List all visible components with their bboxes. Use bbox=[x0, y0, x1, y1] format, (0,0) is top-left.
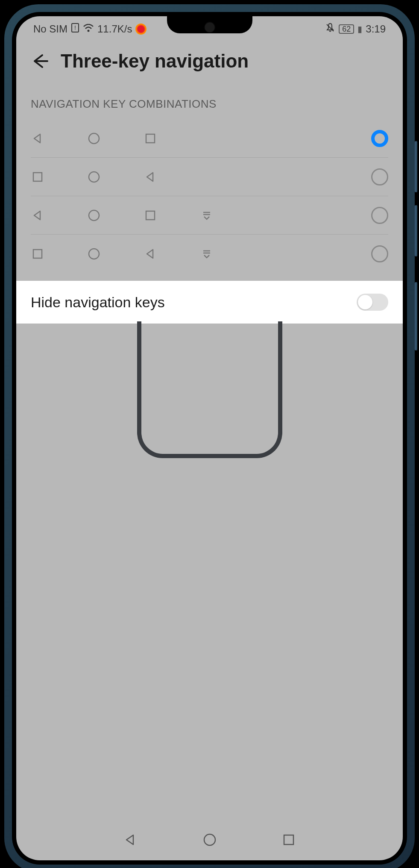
preview-area bbox=[16, 324, 403, 458]
recent-square-icon bbox=[144, 132, 157, 145]
sim-alert-icon: ! bbox=[71, 23, 79, 35]
hide-nav-label: Hide navigation keys bbox=[31, 294, 165, 311]
battery-level: 62 bbox=[339, 24, 354, 34]
svg-rect-17 bbox=[284, 835, 293, 844]
volume-down bbox=[415, 205, 417, 256]
screen: No SIM ! 11.7K/s 62 ▮ 3:19 bbox=[16, 16, 403, 860]
dropdown-arrow-icon bbox=[200, 209, 214, 222]
nav-option-4[interactable] bbox=[31, 235, 388, 273]
svg-point-16 bbox=[204, 834, 215, 845]
back-triangle-icon bbox=[31, 209, 44, 222]
nav-option-2[interactable] bbox=[31, 158, 388, 196]
phone-inner: No SIM ! 11.7K/s 62 ▮ 3:19 bbox=[12, 12, 407, 865]
header: Three-key navigation bbox=[16, 38, 403, 85]
svg-rect-9 bbox=[146, 211, 155, 220]
recent-square-icon bbox=[144, 209, 157, 222]
svg-point-7 bbox=[89, 172, 99, 182]
nav-options-list bbox=[16, 119, 403, 273]
radio-option-1[interactable] bbox=[371, 130, 388, 147]
battery-tip: ▮ bbox=[357, 24, 362, 34]
radio-option-3[interactable] bbox=[371, 207, 388, 224]
page-title: Three-key navigation bbox=[61, 50, 249, 72]
hide-nav-toggle[interactable] bbox=[357, 294, 388, 311]
nav-option-1-icons bbox=[31, 132, 371, 145]
back-triangle-icon bbox=[31, 132, 44, 145]
clock: 3:19 bbox=[366, 23, 386, 35]
back-button[interactable] bbox=[29, 50, 50, 72]
recent-square-icon bbox=[31, 170, 44, 184]
power-button bbox=[415, 282, 417, 350]
network-speed: 11.7K/s bbox=[97, 23, 132, 35]
system-recent-button[interactable] bbox=[281, 832, 296, 847]
radio-option-4[interactable] bbox=[371, 245, 388, 262]
nav-option-4-icons bbox=[31, 247, 371, 261]
back-triangle-icon bbox=[144, 170, 157, 184]
wifi-icon bbox=[83, 23, 94, 35]
home-circle-icon bbox=[87, 247, 101, 261]
toggle-knob bbox=[358, 295, 372, 309]
svg-point-2 bbox=[88, 30, 90, 32]
svg-point-13 bbox=[89, 249, 99, 259]
home-circle-icon bbox=[87, 170, 101, 184]
svg-rect-12 bbox=[33, 250, 42, 258]
arrow-left-icon bbox=[30, 52, 49, 71]
system-nav-bar bbox=[16, 832, 403, 847]
back-triangle-icon bbox=[144, 247, 157, 261]
system-back-button[interactable] bbox=[123, 832, 138, 847]
svg-rect-6 bbox=[33, 173, 42, 181]
notch bbox=[167, 16, 252, 33]
status-left: No SIM ! 11.7K/s bbox=[33, 23, 147, 35]
side-buttons bbox=[415, 141, 417, 363]
status-right: 62 ▮ 3:19 bbox=[325, 23, 386, 35]
nav-option-1[interactable] bbox=[31, 119, 388, 158]
nav-option-3-icons bbox=[31, 209, 371, 222]
hide-nav-row[interactable]: Hide navigation keys bbox=[16, 281, 403, 324]
recent-square-icon bbox=[31, 247, 44, 261]
mute-icon bbox=[325, 23, 335, 35]
svg-text:!: ! bbox=[74, 24, 76, 31]
nav-option-2-icons bbox=[31, 170, 371, 184]
weibo-icon bbox=[135, 24, 147, 35]
nav-option-3[interactable] bbox=[31, 196, 388, 235]
section-label: NAVIGATION KEY COMBINATIONS bbox=[16, 85, 403, 119]
radio-option-2[interactable] bbox=[371, 168, 388, 185]
phone-frame: No SIM ! 11.7K/s 62 ▮ 3:19 bbox=[4, 4, 415, 868]
dropdown-arrow-icon bbox=[200, 247, 214, 261]
volume-up bbox=[415, 141, 417, 192]
system-home-button[interactable] bbox=[202, 832, 217, 847]
svg-point-8 bbox=[89, 210, 99, 221]
phone-outline-preview bbox=[137, 321, 282, 458]
svg-rect-5 bbox=[146, 134, 155, 143]
home-circle-icon bbox=[87, 209, 101, 222]
sim-status: No SIM bbox=[33, 23, 67, 35]
svg-point-4 bbox=[89, 133, 99, 144]
home-circle-icon bbox=[87, 132, 101, 145]
